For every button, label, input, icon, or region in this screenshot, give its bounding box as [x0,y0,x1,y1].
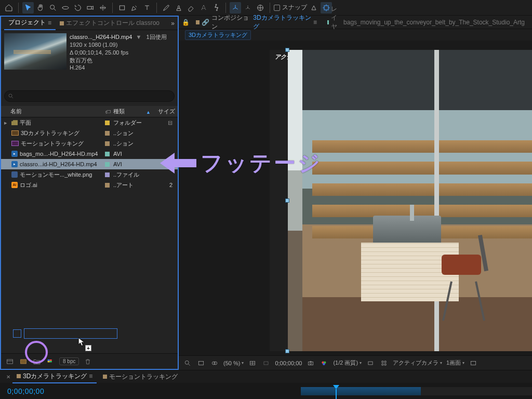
exposure-icon[interactable] [366,358,375,368]
project-row-name: モーションモー..._white.png [20,171,92,179]
pen-tool-icon[interactable] [129,2,140,14]
timeline-tab-active[interactable]: 3Dカメラトラッキング ≡ [12,370,97,383]
expand-panel-icon[interactable]: » [171,20,175,27]
close-icon[interactable]: ✕ [6,374,10,380]
viewer-canvas[interactable]: アクティブカメラ [179,41,532,355]
lock-icon[interactable]: 🔒 [182,19,190,26]
footage-thumbnail[interactable] [4,33,66,70]
column-type[interactable]: 種類▲ [113,108,155,115]
disclosure-icon[interactable]: ▸ [4,119,9,126]
svg-rect-30 [471,361,476,365]
checkbox-icon[interactable] [274,5,280,11]
svg-point-1 [62,6,69,9]
orbit-tool-icon[interactable] [60,2,71,14]
project-row[interactable]: モーションモー..._white.png..ファイル [1,169,178,180]
flowchart-icon[interactable]: ⊟ [168,119,172,126]
playhead-icon[interactable] [333,385,339,389]
camera-tool-icon[interactable] [85,2,96,14]
layer-handle-icon[interactable] [285,48,289,52]
dropdown-icon[interactable]: ▼ [136,34,142,40]
selection-tool-icon[interactable] [22,2,34,14]
layer-handle-icon[interactable] [285,349,289,353]
panel-menu-icon[interactable]: ≡ [48,19,51,26]
viewcount-dropdown[interactable]: 1画面▾ [446,359,464,367]
project-row[interactable]: Aiロゴ.ai..アート2 [1,180,178,190]
timeline-track[interactable] [301,387,532,395]
roi-icon[interactable] [261,358,271,368]
pan-behind-tool-icon[interactable] [97,2,109,14]
label-swatch-icon[interactable] [105,152,110,156]
column-size[interactable]: サイズ [155,108,178,115]
interpret-footage-icon[interactable] [5,357,15,366]
project-row[interactable]: モーショントラッキング..ション [1,138,178,149]
label-swatch-icon[interactable] [105,121,110,125]
footage-colors: 数百万色 [70,57,167,64]
panel-menu-icon[interactable]: ≡ [313,19,317,26]
label-swatch-icon[interactable] [105,131,110,136]
project-selected-info: classro..._H264-HD.mp4 ▼ 1回使用 1920 x 108… [1,30,178,73]
brush-tool-icon[interactable] [161,2,172,14]
timeline-current-time[interactable]: 0;00;00;00 [0,387,51,395]
toggle-alpha-icon[interactable] [196,358,206,368]
timeline-tab-active-label: 3Dカメラトラッキング [23,372,87,381]
label-swatch-icon[interactable] [105,172,110,177]
toggle-mask-icon[interactable] [210,358,219,368]
rectangle-tool-icon[interactable] [116,2,128,14]
footage-frame[interactable] [288,50,532,351]
toggle-grid-icon[interactable] [469,358,478,368]
camera-dropdown[interactable]: アクティブカメラ▾ [393,359,442,367]
column-name[interactable]: 名前 [1,108,105,115]
viewer-bottom-bar: (50 %)▾ 0;00;00;00 (1/2 画質)▾ アクティブカメラ▾ 1… [179,355,532,370]
project-row-name: 3Dカメラトラッキング [21,129,79,137]
new-folder-icon[interactable] [32,357,42,366]
viewcount-value: 1画面 [446,359,461,367]
tab-project-label: プロジェクト [8,18,46,27]
breadcrumb-item[interactable]: 3Dカメラトラッキング [185,30,251,40]
timeline-panel: ✕ 3Dカメラトラッキング ≡ モーショントラッキング 0;00;00;00 [0,370,532,399]
quality-dropdown[interactable]: (1/2 画質)▾ [333,359,362,367]
bpc-button[interactable]: 8 bpc [59,357,79,365]
zoom-dropdown[interactable]: (50 %)▾ [223,360,244,366]
rotation-tool-icon[interactable] [72,2,84,14]
label-swatch-icon[interactable] [105,162,110,167]
new-comp-icon[interactable] [19,357,28,366]
show-channel-icon[interactable] [320,358,329,368]
project-row[interactable]: ▸平面フォルダー⊟ [1,117,178,128]
text-tool-icon[interactable] [141,2,153,14]
fast-preview-icon[interactable] [379,358,389,368]
drop-target-outline [24,328,117,339]
svg-rect-3 [119,6,124,10]
tab-project[interactable]: プロジェクト ≡ [4,16,56,30]
trash-icon[interactable] [83,357,92,366]
project-settings-icon[interactable] [46,357,55,366]
clone-stamp-tool-icon[interactable] [173,2,184,14]
tab-effect-controls[interactable]: エフェクトコントロール classroo [56,17,164,30]
resolution-icon[interactable] [248,358,257,368]
timeline-tab-other[interactable]: モーショントラッキング [99,371,182,383]
panel-menu-icon[interactable]: ≡ [89,373,92,380]
project-row-type: ..ファイル [113,171,155,179]
zoom-tool-icon[interactable] [47,2,59,14]
composition-icon [11,130,19,136]
magnify-icon[interactable] [183,358,192,368]
label-swatch-icon[interactable] [105,141,110,146]
ai-file-icon: Ai [11,182,18,188]
snapshot-icon[interactable] [306,358,315,368]
project-panel: プロジェクト ≡ エフェクトコントロール classroo » classro.… [0,16,179,370]
timeline-work-area[interactable] [301,387,421,395]
link-icon: 🔗 [202,19,209,26]
home-icon[interactable] [3,2,15,14]
project-row[interactable]: ▸classro...id-HD_H264-HD.mp4AVI [1,159,178,169]
project-row[interactable]: ▸bags_mo...-HD_H264-HD.mp4AVI [1,149,178,159]
viewport[interactable]: アクティブカメラ [270,50,532,351]
layer-handle-icon[interactable] [285,198,289,203]
hand-tool-icon[interactable] [35,2,46,14]
timeline-body: 0;00;00;00 [0,383,532,399]
project-row[interactable]: 3Dカメラトラッキング..ション [1,128,178,138]
project-search-input[interactable] [4,90,175,102]
snap-toggle[interactable]: スナップ [274,3,307,12]
time-display[interactable]: 0;00;00;00 [275,360,302,366]
label-swatch-icon[interactable] [105,183,110,188]
column-tag-icon[interactable]: 🏷 [105,109,113,115]
svg-point-0 [50,5,55,9]
